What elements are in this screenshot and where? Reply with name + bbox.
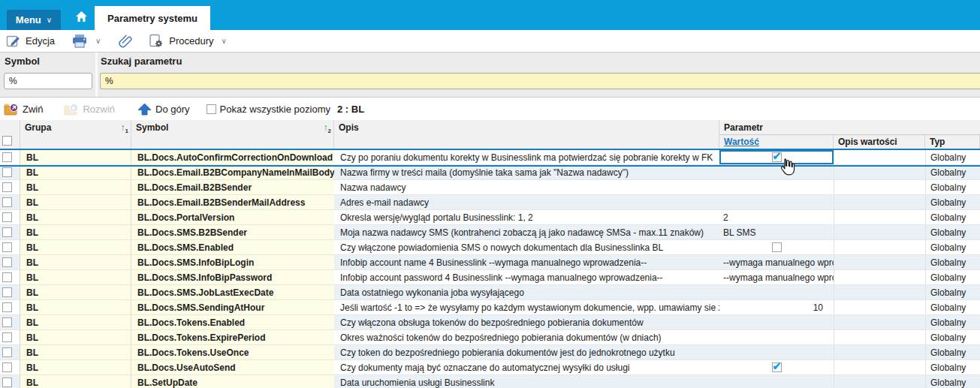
cell-typ[interactable]: Globalny	[925, 300, 980, 315]
cell-typ[interactable]: Globalny	[925, 225, 980, 240]
cell-grupa[interactable]: BL	[20, 270, 131, 285]
cell-symbol[interactable]: BL.Docs.Tokens.ExpirePeriod	[131, 330, 334, 345]
cell-wartosc[interactable]: BL SMS	[719, 225, 834, 240]
cell-opis[interactable]: Okresla wersję/wygląd portalu Businessli…	[334, 210, 719, 225]
cell-opis-wartosci[interactable]	[834, 255, 925, 270]
cell-opis-wartosci[interactable]	[834, 150, 925, 165]
cell-grupa[interactable]: BL	[20, 150, 131, 165]
tab-parametry-systemu[interactable]: Parametry systemu	[95, 6, 210, 30]
table-row[interactable]: BL BL.Docs.AutoConfirmCorrectionOnDownlo…	[0, 150, 980, 165]
cell-opis-wartosci[interactable]	[834, 165, 925, 180]
cell-wartosc[interactable]: --wymaga manualnego wprowadzenia--	[719, 270, 834, 285]
row-select-checkbox[interactable]	[2, 227, 12, 237]
table-row[interactable]: BL BL.Docs.PortalVersion Okresla wersję/…	[0, 210, 980, 225]
show-all-levels-toggle[interactable]: Pokaż wszystkie poziomy 2 : BL	[207, 104, 365, 115]
cell-typ[interactable]: Globalny	[925, 165, 980, 180]
cell-grupa[interactable]: BL	[20, 345, 131, 360]
cell-grupa[interactable]: BL	[20, 225, 131, 240]
print-button[interactable]: ∨	[71, 34, 101, 48]
cell-grupa[interactable]: BL	[20, 210, 131, 225]
column-header-opis[interactable]: Opis	[334, 120, 719, 149]
cell-symbol[interactable]: BL.Docs.SMS.InfoBipPassword	[131, 270, 334, 285]
row-select-checkbox[interactable]	[2, 242, 12, 252]
cell-wartosc[interactable]: --wymaga manualnego wprowadzenia--	[719, 255, 834, 270]
column-header-wartosc[interactable]: Wartość	[719, 135, 834, 149]
column-header-grupa[interactable]: Grupa ↑1	[20, 120, 131, 149]
row-select-checkbox[interactable]	[2, 377, 12, 387]
cell-opis-wartosci[interactable]	[834, 345, 925, 360]
cell-wartosc[interactable]	[719, 315, 834, 330]
cell-wartosc[interactable]	[719, 285, 834, 300]
cell-typ[interactable]: Globalny	[925, 270, 980, 285]
cell-grupa[interactable]: BL	[20, 240, 131, 255]
cell-typ[interactable]: Globalny	[925, 195, 980, 210]
cell-opis-wartosci[interactable]	[834, 360, 925, 375]
cell-opis[interactable]: Okres ważności tokenów do bezpośredniego…	[334, 330, 719, 345]
cell-opis[interactable]: Czy włączona obsługa tokenów do bezpośre…	[334, 315, 719, 330]
row-select-checkbox[interactable]	[2, 167, 12, 177]
cell-grupa[interactable]: BL	[20, 330, 131, 345]
cell-opis[interactable]: Jeśli wartość -1 to => że wysyłamy po ka…	[334, 300, 719, 315]
table-row[interactable]: BL BL.Docs.Email.B2BSender Nazwa nadawcy…	[0, 180, 980, 195]
table-row[interactable]: BL BL.SetUpDate Data uruchomienia usługi…	[0, 375, 980, 388]
cell-symbol[interactable]: BL.Docs.Email.B2BSenderMailAddress	[131, 195, 334, 210]
table-row[interactable]: BL BL.Docs.SMS.InfoBipLogin Infobip acco…	[0, 255, 980, 270]
cell-opis-wartosci[interactable]	[834, 285, 925, 300]
column-header-opis-wartosci[interactable]: Opis wartości	[834, 135, 925, 149]
row-select-checkbox[interactable]	[2, 302, 12, 312]
cell-symbol[interactable]: BL.Docs.SMS.SendingAtHour	[131, 300, 334, 315]
cell-typ[interactable]: Globalny	[925, 345, 980, 360]
cell-opis[interactable]: Data uruchomienia usługi Businesslink	[334, 375, 719, 388]
cell-opis-wartosci[interactable]	[834, 375, 925, 388]
cell-typ[interactable]: Globalny	[925, 375, 980, 388]
cell-symbol[interactable]: BL.Docs.Tokens.UseOnce	[131, 345, 334, 360]
cell-opis[interactable]: Infobip account password 4 Businesslink …	[334, 270, 719, 285]
search-filter-input[interactable]: %	[100, 73, 980, 89]
cell-wartosc[interactable]: 10	[719, 300, 834, 315]
cell-opis-wartosci[interactable]	[834, 210, 925, 225]
cell-grupa[interactable]: BL	[20, 375, 131, 388]
home-button[interactable]	[70, 7, 92, 26]
cell-grupa[interactable]: BL	[20, 165, 131, 180]
row-select-checkbox[interactable]	[2, 287, 12, 297]
value-checkbox[interactable]	[772, 362, 782, 372]
collapse-button[interactable]: Zwiń	[4, 103, 43, 116]
cell-opis-wartosci[interactable]	[834, 315, 925, 330]
cell-symbol[interactable]: BL.Docs.SMS.Enabled	[131, 240, 334, 255]
cell-opis-wartosci[interactable]	[834, 300, 925, 315]
symbol-filter-input[interactable]: %	[4, 73, 92, 89]
cell-typ[interactable]: Globalny	[925, 285, 980, 300]
cell-opis[interactable]: Infobip account name 4 Businesslink --wy…	[334, 255, 719, 270]
cell-wartosc[interactable]	[719, 375, 834, 388]
cell-typ[interactable]: Globalny	[925, 180, 980, 195]
cell-opis[interactable]: Czy włączone powiadomienia SMS o nowych …	[334, 240, 719, 255]
cell-opis[interactable]: Adres e-mail nadawcy	[334, 195, 719, 210]
cell-symbol[interactable]: BL.Docs.SMS.InfoBipLogin	[131, 255, 334, 270]
cell-typ[interactable]: Globalny	[925, 315, 980, 330]
cell-opis-wartosci[interactable]	[834, 195, 925, 210]
row-select-checkbox[interactable]	[2, 182, 12, 192]
expand-button[interactable]: Rozwiń	[64, 103, 115, 116]
table-row[interactable]: BL BL.Docs.SMS.Enabled Czy włączone powi…	[0, 240, 980, 255]
cell-typ[interactable]: Globalny	[925, 150, 980, 165]
print-chevron-down-icon[interactable]: ∨	[95, 37, 101, 45]
cell-opis[interactable]: Czy po poraniu dokumentu korekty w Busin…	[334, 150, 719, 165]
cell-symbol[interactable]: BL.SetUpDate	[131, 375, 334, 388]
row-select-checkbox[interactable]	[2, 197, 12, 207]
cell-symbol[interactable]: BL.Docs.Tokens.Enabled	[131, 315, 334, 330]
table-row[interactable]: BL BL.Docs.Tokens.ExpirePeriod Okres waż…	[0, 330, 980, 345]
value-checkbox[interactable]	[772, 242, 782, 252]
cell-wartosc[interactable]	[719, 180, 834, 195]
cell-symbol[interactable]: BL.Docs.Email.B2BCompanyNameInMailBody	[131, 165, 334, 180]
row-select-checkbox[interactable]	[2, 362, 12, 372]
cell-symbol[interactable]: BL.Docs.SMS.B2BSender	[131, 225, 334, 240]
cell-symbol[interactable]: BL.Docs.PortalVersion	[131, 210, 334, 225]
attachments-button[interactable]	[117, 34, 132, 49]
cell-opis[interactable]: Czy dokumenty mają być oznaczane do auto…	[334, 360, 719, 375]
table-row[interactable]: BL BL.Docs.Tokens.UseOnce Czy token do b…	[0, 345, 980, 360]
select-all-checkbox[interactable]	[2, 136, 12, 146]
cell-symbol[interactable]: BL.Docs.SMS.JobLastExecDate	[131, 285, 334, 300]
cell-grupa[interactable]: BL	[20, 360, 131, 375]
cell-opis-wartosci[interactable]	[834, 270, 925, 285]
cell-wartosc[interactable]	[719, 240, 834, 255]
